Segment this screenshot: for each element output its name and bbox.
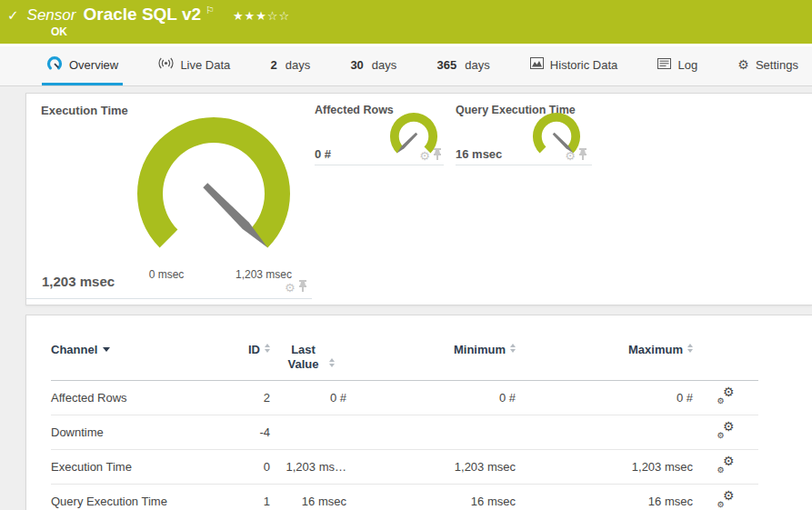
mini-gauge-value: 0 # (315, 147, 331, 161)
sort-icon (265, 344, 270, 353)
column-header-channel[interactable]: Channel (51, 332, 219, 380)
log-icon (657, 58, 671, 72)
pin-icon[interactable] (433, 147, 442, 164)
channel-name: Downtime (51, 415, 219, 449)
tab-bar: Overview Live Data 2 days 30 days 365 da… (0, 44, 812, 86)
tab-label: Overview (69, 58, 118, 72)
channel-name: Execution Time (51, 449, 219, 484)
channel-last-value: 0 # (270, 380, 346, 415)
tab-number: 365 (437, 58, 457, 72)
sensor-header: ✓ Sensor Oracle SQL v2 ⚐ ★★★☆☆ OK (0, 0, 812, 44)
tab-live-data[interactable]: Live Data (154, 46, 235, 85)
channel-name: Query Execution Time (51, 484, 219, 510)
tab-2-days[interactable]: 2 days (266, 46, 315, 85)
channel-last-value: 1,203 ms… (270, 449, 346, 484)
tab-label: Log (677, 58, 697, 72)
column-header-minimum[interactable]: Minimum (346, 332, 516, 380)
channel-name: Affected Rows (51, 380, 219, 415)
tab-label: days (372, 58, 396, 72)
sort-icon (687, 344, 693, 353)
live-data-icon (158, 57, 174, 72)
channel-settings-icon[interactable]: ⚙⚙ (717, 424, 735, 439)
mini-gauge-affected-rows: Affected Rows 0 # ⚙ (315, 104, 444, 165)
tab-overview[interactable]: Overview (42, 46, 123, 85)
column-label: Minimum (454, 343, 506, 356)
column-label: Last Value (283, 343, 325, 373)
table-header-row: Channel ID Last Value Minimum Maximum (51, 332, 758, 380)
channel-settings-icon[interactable]: ⚙⚙ (717, 493, 735, 508)
tab-number: 2 (270, 58, 276, 72)
execution-time-gauge (134, 114, 294, 274)
sensor-title: Oracle SQL v2 (83, 5, 201, 25)
mini-gauge-query-execution-time: Query Execution Time 16 msec ⚙ (456, 104, 592, 165)
tab-log[interactable]: Log (653, 46, 702, 85)
chart-icon (530, 57, 544, 72)
tab-label: Historic Data (550, 58, 617, 72)
sort-icon (329, 358, 335, 367)
column-label: ID (248, 343, 260, 356)
tab-number: 30 (350, 58, 363, 72)
channel-minimum: 1,203 msec (346, 449, 516, 484)
column-header-last-value[interactable]: Last Value (270, 332, 346, 380)
tab-label: days (286, 58, 310, 72)
table-row[interactable]: Query Execution Time 1 16 msec 16 msec 1… (51, 484, 758, 510)
stars-empty: ☆☆ (267, 9, 290, 23)
object-kind-label: Sensor (27, 6, 76, 25)
channel-maximum: 1,203 msec (516, 449, 693, 484)
mini-gauge-value: 16 msec (456, 147, 502, 161)
pin-icon[interactable] (298, 279, 307, 295)
tab-365-days[interactable]: 365 days (433, 46, 495, 85)
tab-settings[interactable]: ⚙ Settings (733, 46, 803, 85)
primary-gauge-value: 1,203 msec (42, 274, 115, 289)
channel-id: 0 (219, 449, 270, 484)
flag-icon[interactable]: ⚐ (206, 5, 215, 16)
channels-table: Channel ID Last Value Minimum Maximum Af… (51, 332, 758, 510)
gauge-settings-icon[interactable]: ⚙ (285, 282, 296, 294)
channel-settings-icon[interactable]: ⚙⚙ (717, 458, 735, 474)
column-label: Maximum (628, 343, 683, 356)
gauge-scale-min: 0 msec (130, 268, 203, 281)
column-header-settings (693, 332, 758, 380)
tab-30-days[interactable]: 30 days (346, 46, 401, 85)
channel-minimum (346, 415, 516, 449)
gauges-panel: Execution Time 0 msec 1,203 msec 1,203 m… (25, 93, 812, 305)
sort-desc-icon (103, 347, 110, 352)
channel-last-value: 16 msec (270, 484, 346, 510)
pin-icon[interactable] (578, 147, 587, 164)
channel-minimum: 0 # (346, 380, 516, 415)
channel-id: 2 (219, 380, 270, 415)
sort-icon (510, 344, 516, 353)
channel-maximum (516, 415, 693, 449)
channel-settings-icon[interactable]: ⚙⚙ (717, 389, 735, 405)
channel-id: 1 (219, 484, 270, 510)
tab-historic-data[interactable]: Historic Data (526, 46, 622, 85)
channels-panel: Channel ID Last Value Minimum Maximum Af… (25, 315, 812, 510)
primary-gauge-title: Execution Time (41, 104, 128, 117)
column-header-id[interactable]: ID (219, 332, 270, 380)
channel-last-value (270, 415, 346, 449)
tab-label: days (465, 58, 489, 72)
channel-id: -4 (219, 415, 270, 449)
column-label: Channel (51, 343, 97, 356)
status-check-icon: ✓ (7, 7, 19, 24)
stars-filled: ★★★ (233, 9, 267, 23)
gear-icon: ⚙ (737, 58, 749, 71)
gauge-icon (46, 56, 63, 74)
channel-minimum: 16 msec (346, 484, 516, 510)
channel-maximum: 16 msec (516, 484, 693, 510)
tab-label: Live Data (180, 58, 230, 72)
priority-stars[interactable]: ★★★☆☆ (233, 9, 290, 23)
table-row[interactable]: Affected Rows 2 0 # 0 # 0 # ⚙⚙ (51, 380, 758, 415)
table-row[interactable]: Execution Time 0 1,203 ms… 1,203 msec 1,… (51, 449, 758, 484)
gauge-divider (26, 298, 312, 299)
gauge-settings-icon[interactable]: ⚙ (419, 150, 430, 162)
tab-label: Settings (756, 58, 798, 72)
status-badge: OK (51, 25, 803, 38)
gauge-settings-icon[interactable]: ⚙ (565, 150, 576, 162)
channel-maximum: 0 # (516, 380, 693, 415)
column-header-maximum[interactable]: Maximum (516, 332, 693, 380)
table-row[interactable]: Downtime -4 ⚙⚙ (51, 415, 758, 449)
